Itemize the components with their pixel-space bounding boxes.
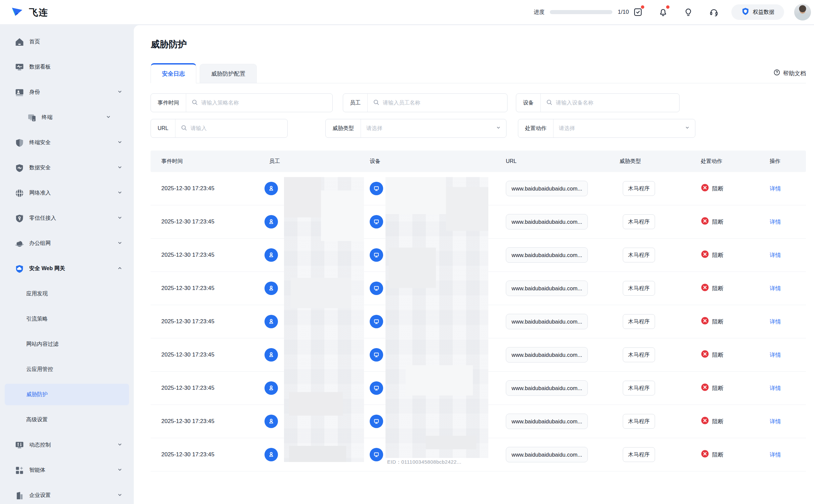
app-logo[interactable]: 飞连	[9, 4, 48, 20]
action-cell: 阻断	[701, 450, 766, 460]
sidebar-item-content-filter[interactable]: 网站内容过滤	[0, 332, 134, 357]
device-name-input[interactable]	[556, 100, 674, 106]
benefits-data-button[interactable]: 权益数据	[731, 4, 784, 20]
chevron-down-icon	[117, 89, 122, 95]
device-monitor-icon	[370, 182, 383, 195]
progress-count: 1/10	[618, 9, 629, 15]
tab-security-log[interactable]: 安全日志	[151, 63, 196, 83]
event-time: 2025-12-30 17:23:45	[151, 285, 263, 292]
sidebar-item-app-discovery[interactable]: 应用发现	[0, 281, 134, 306]
user-avatar[interactable]	[794, 4, 811, 20]
detail-link[interactable]: 详情	[770, 385, 781, 391]
url-input[interactable]	[191, 125, 282, 131]
top-bar: 飞连 进度 1/10	[0, 0, 814, 24]
detail-link[interactable]: 详情	[770, 319, 781, 325]
employee-names-redacted-blur	[284, 177, 364, 462]
chevron-down-icon	[106, 114, 111, 121]
device-monitor-icon	[370, 415, 383, 428]
detail-link[interactable]: 详情	[770, 219, 781, 225]
block-icon	[701, 416, 709, 426]
event-time: 2025-12-30 17:23:45	[151, 218, 263, 225]
event-time: 2025-12-30 17:23:45	[151, 252, 263, 258]
employee-avatar-icon	[264, 448, 278, 461]
help-doc-link[interactable]: 帮助文档	[773, 69, 806, 78]
sidebar-item-home[interactable]: 首页	[0, 29, 134, 54]
identity-icon	[15, 88, 24, 97]
device-eid-partial: EID：011100345808bcb2422...	[387, 459, 488, 465]
search-icon	[181, 125, 187, 132]
block-icon	[701, 383, 709, 393]
tab-bar: 安全日志 威胁防护配置 帮助文档	[151, 63, 806, 83]
threat-type-tag: 木马程序	[623, 414, 655, 429]
filter-threat-type: 威胁类型 请选择	[325, 119, 506, 138]
chevron-down-icon	[117, 139, 122, 146]
progress-indicator: 进度 1/10	[534, 0, 629, 24]
sidebar-item-terminal[interactable]: 终端	[0, 105, 134, 130]
employee-avatar-icon	[264, 282, 278, 295]
sidebar-item-traffic-policy[interactable]: 引流策略	[0, 306, 134, 332]
tab-threat-protection-config[interactable]: 威胁防护配置	[200, 64, 257, 83]
sidebar-item-enterprise-settings[interactable]: 企业设置	[0, 483, 134, 504]
sidebar-item-secure-web-gateway[interactable]: 安全 Web 网关	[0, 256, 134, 281]
employee-name-input[interactable]	[383, 100, 502, 106]
notification-dot	[641, 5, 644, 9]
headset-icon[interactable]	[709, 7, 719, 17]
chevron-down-icon	[117, 492, 122, 499]
sidebar-item-identity[interactable]: 身份	[0, 80, 134, 105]
sidebar-item-threat-protection[interactable]: 威胁防护	[0, 382, 134, 407]
sidebar-item-cloud-app-control[interactable]: 云应用管控	[0, 357, 134, 382]
selected-item-highlight	[5, 384, 129, 405]
detail-link[interactable]: 详情	[770, 418, 781, 425]
threat-type-tag: 木马程序	[623, 181, 655, 196]
policy-name-input[interactable]	[201, 100, 327, 106]
block-icon	[701, 450, 709, 460]
sidebar-item-advanced-settings[interactable]: 高级设置	[0, 407, 134, 432]
detail-link[interactable]: 详情	[770, 185, 781, 192]
detail-link[interactable]: 详情	[770, 452, 781, 458]
devices-icon	[28, 113, 36, 122]
notification-dot	[666, 5, 669, 9]
detail-link[interactable]: 详情	[770, 352, 781, 358]
sidebar-item-endpoint-security[interactable]: 终端安全	[0, 130, 134, 155]
url-chip: www.baidubaidubaidu.com...	[506, 347, 588, 363]
event-time: 2025-12-30 17:23:45	[151, 451, 263, 458]
filter-action: 处置动作 请选择	[518, 119, 695, 138]
sidebar-item-network-access[interactable]: 网络准入	[0, 180, 134, 206]
sidebar-item-zero-trust[interactable]: 零信任接入	[0, 206, 134, 231]
device-monitor-icon	[370, 282, 383, 295]
action-cell: 阻断	[701, 350, 766, 360]
block-icon	[701, 317, 709, 327]
bell-icon[interactable]	[658, 7, 668, 17]
chevron-up-icon	[117, 265, 122, 272]
device-monitor-icon	[370, 315, 383, 328]
chevron-down-icon	[117, 165, 122, 171]
block-icon	[701, 183, 709, 194]
action-select[interactable]: 请选择	[554, 119, 695, 137]
action-cell: 阻断	[701, 416, 766, 426]
detail-link[interactable]: 详情	[770, 252, 781, 258]
tasks-icon[interactable]	[633, 7, 643, 17]
sidebar-item-office-network[interactable]: 办公组网	[0, 231, 134, 256]
search-icon	[192, 99, 198, 107]
employee-avatar-icon	[264, 415, 278, 428]
threat-type-tag: 木马程序	[623, 214, 655, 229]
benefit-shield-icon	[741, 7, 750, 17]
threat-type-select[interactable]: 请选择	[361, 119, 506, 137]
threat-type-tag: 木马程序	[623, 314, 655, 329]
employee-avatar-icon	[264, 348, 278, 362]
sidebar-item-dynamic-control[interactable]: 动态控制	[0, 432, 134, 458]
url-chip: www.baidubaidubaidu.com...	[506, 247, 588, 263]
sidebar-item-data-security[interactable]: 数据安全	[0, 155, 134, 180]
device-monitor-icon	[370, 248, 383, 262]
page-title: 威胁防护	[151, 38, 187, 50]
url-chip: www.baidubaidubaidu.com...	[506, 281, 588, 296]
employee-avatar-icon	[264, 315, 278, 328]
url-chip: www.baidubaidubaidu.com...	[506, 314, 588, 329]
sidebar-item-dashboard[interactable]: 数据看板	[0, 54, 134, 80]
block-icon	[701, 217, 709, 227]
bulb-icon[interactable]	[683, 7, 693, 17]
search-icon	[373, 99, 379, 107]
sidebar-item-agent[interactable]: 智能体	[0, 458, 134, 483]
action-cell: 阻断	[701, 383, 766, 393]
detail-link[interactable]: 详情	[770, 285, 781, 292]
